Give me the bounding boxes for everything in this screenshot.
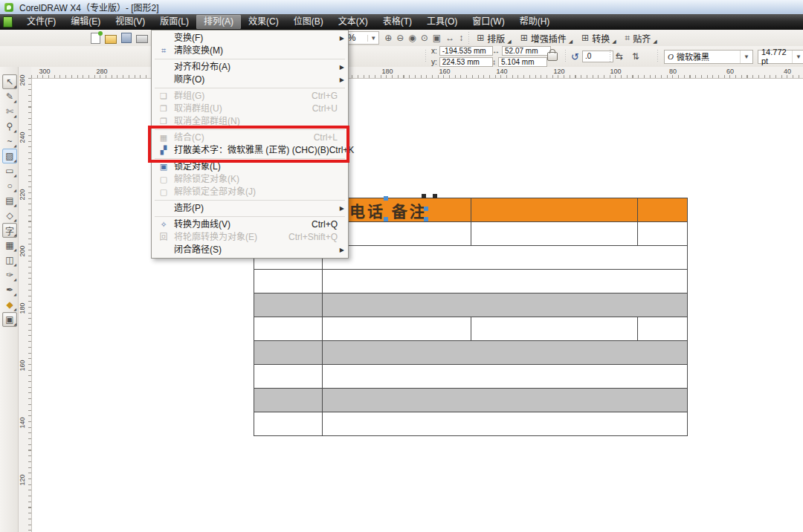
table-row[interactable] — [254, 364, 688, 389]
object-width-field[interactable]: 52.07 mm — [502, 46, 551, 56]
menu-item-p[interactable]: 造形(P)▶ — [152, 202, 348, 215]
crop-tool[interactable]: ✄◢ — [2, 104, 17, 119]
interactive-blend-tool[interactable]: ◫◢ — [2, 253, 17, 267]
zoom-in-icon[interactable]: ⊕ — [382, 30, 394, 45]
x-position-field[interactable]: -194.535 mm — [439, 46, 493, 56]
freehand-tool[interactable]: ~◢ — [2, 134, 17, 149]
convert-group-button[interactable]: ⊞转换◢ — [581, 32, 616, 45]
menubar-item-c[interactable]: 效果(C) — [241, 15, 286, 29]
selection-handle[interactable] — [424, 207, 428, 211]
menu-item-u: ❐取消群组(U)Ctrl+U — [152, 103, 348, 115]
flyout-arrow-icon[interactable]: ◢ — [569, 39, 573, 45]
selection-handle[interactable] — [422, 194, 426, 198]
table-row[interactable] — [254, 412, 688, 436]
snap-group-button[interactable]: ⌗贴齐◢ — [625, 32, 657, 45]
menu-item-v[interactable]: ✧转换为曲线(V)Ctrl+Q — [152, 218, 348, 231]
y-position-field[interactable]: 224.53 mm — [439, 57, 493, 67]
shape-tool[interactable]: ✎◢ — [2, 89, 17, 104]
print-icon[interactable] — [136, 35, 148, 43]
flyout-arrow-icon[interactable]: ◢ — [612, 39, 616, 45]
zoom-combo-arrow[interactable]: ▼ — [367, 35, 378, 42]
table-row[interactable] — [254, 388, 688, 412]
zoom-page-width-icon[interactable]: ↔ — [443, 30, 457, 45]
new-document-icon[interactable] — [91, 33, 100, 44]
menu-item-s[interactable]: 闭合路径(S)▶ — [152, 244, 348, 256]
ruler-tick-label: 280 — [96, 68, 107, 75]
layout-group-button[interactable]: ⊞排版◢ — [477, 32, 511, 45]
menu-item-m[interactable]: ⌗清除变换(M) — [152, 45, 348, 57]
zoom-tool[interactable]: ⚲◢ — [2, 119, 17, 134]
horizontal-ruler[interactable]: 300280260240220200180160140120100806040 — [31, 67, 803, 79]
zoom-page-icon[interactable]: ▣ — [430, 30, 443, 45]
menubar-item-h[interactable]: 帮助(H) — [512, 15, 558, 29]
mirror-horizontal-button[interactable]: ⇆ — [616, 51, 623, 62]
graph-paper-tool[interactable]: ▤◢ — [2, 193, 17, 208]
table-tool[interactable]: ▦◢ — [2, 238, 17, 253]
mirror-vertical-button[interactable]: ⇅ — [632, 51, 639, 62]
zoom-all-objects-icon[interactable]: ⊙ — [419, 30, 430, 45]
ruler-tick-label: 140 — [496, 68, 507, 75]
ruler-tick-label: 180 — [381, 68, 393, 75]
width-icon: ↔ — [492, 47, 500, 55]
menubar-item-l[interactable]: 版面(L) — [152, 15, 196, 29]
menubar-item-x[interactable]: 文本(X) — [331, 15, 375, 29]
menubar-item-o[interactable]: 工具(O) — [419, 15, 465, 29]
font-combo-arrow[interactable]: ▼ — [740, 51, 752, 63]
tool-flyout-icon: ◢ — [13, 262, 16, 267]
tool-flyout-icon: ◢ — [13, 158, 16, 163]
snap-group-icon: ⌗ — [625, 33, 631, 43]
ruler-tick-label: 180 — [19, 302, 26, 314]
ellipse-tool[interactable]: ○◢ — [2, 178, 17, 193]
text-tool[interactable]: 字◢ — [2, 223, 17, 238]
ruler-tick-label: 40 — [784, 68, 791, 75]
table-row[interactable] — [254, 340, 688, 365]
table-row[interactable] — [254, 269, 688, 293]
plugins-group-button[interactable]: ⊞增强插件◢ — [520, 32, 573, 45]
flyout-arrow-icon[interactable]: ◢ — [507, 39, 511, 45]
lock-ratio-button[interactable] — [547, 52, 558, 61]
ruler-tick-label: 300 — [39, 68, 50, 75]
open-icon[interactable] — [105, 35, 117, 44]
menubar-item-w[interactable]: 窗口(W) — [465, 15, 512, 29]
save-icon[interactable] — [121, 33, 132, 43]
outline-pen-tool[interactable]: ✒◢ — [2, 282, 17, 297]
menubar-item-e[interactable]: 编辑(E) — [63, 15, 108, 29]
font-list-combo[interactable]: O 微软雅黑 ▼ — [664, 50, 753, 64]
basic-shapes-tool[interactable]: ◇◢ — [2, 208, 17, 223]
vertical-ruler[interactable]: 260240220200180160140120 — [18, 78, 32, 532]
menubar-item-t[interactable]: 表格(T) — [375, 15, 419, 29]
table-row[interactable] — [254, 293, 688, 317]
pick-tool[interactable]: ↖◢ — [2, 74, 17, 89]
smart-fill-tool[interactable]: ▨◢ — [2, 149, 17, 163]
menu-item-a[interactable]: 对齐和分布(A)▶ — [152, 61, 348, 74]
zoom-out-icon[interactable]: ⊖ — [394, 30, 406, 45]
font-size-arrow[interactable]: ▼ — [792, 51, 803, 63]
menubar-item-b[interactable]: 位图(B) — [286, 15, 331, 29]
selection-handle[interactable] — [433, 194, 437, 198]
selected-artistic-text[interactable]: 电话 备注 — [349, 199, 428, 221]
menubar-item-v[interactable]: 视图(V) — [108, 15, 152, 29]
interactive-fill-tool[interactable]: ▣◢ — [2, 312, 17, 327]
coreldraw-app-icon — [4, 3, 13, 12]
selection-handle[interactable] — [384, 217, 388, 221]
height-icon: ↕ — [492, 58, 496, 66]
rectangle-tool[interactable]: ▭◢ — [2, 163, 17, 178]
selection-handle[interactable] — [424, 217, 428, 221]
zoom-selected-icon[interactable]: ◉ — [406, 30, 418, 45]
font-size-combo[interactable]: 14.772 pt ▼ — [758, 50, 803, 64]
eyedropper-tool[interactable]: ✑◢ — [2, 267, 17, 282]
object-height-field[interactable]: 5.104 mm — [498, 57, 547, 67]
fill-tool[interactable]: ◆◢ — [2, 297, 17, 312]
rotation-icon: ↺ — [571, 51, 579, 62]
menu-item-f[interactable]: 变换(F)▶ — [152, 32, 348, 45]
rotation-angle-field[interactable]: .0 — [582, 51, 613, 62]
flyout-arrow-icon[interactable]: ◢ — [653, 39, 657, 45]
menubar-item-a[interactable]: 排列(A) — [196, 15, 241, 29]
ruler-tick-label: 240 — [19, 132, 26, 143]
y-label: y: — [431, 58, 437, 66]
menubar-item-f[interactable]: 文件(F) — [19, 15, 63, 29]
zoom-page-height-icon[interactable]: ↕ — [457, 30, 465, 45]
menu-item-o[interactable]: 顺序(O)▶ — [152, 74, 348, 86]
selection-handle[interactable] — [384, 196, 388, 201]
toolbox: ↖◢✎◢✄◢⚲◢~◢▨◢▭◢○◢▤◢◇◢字◢▦◢◫◢✑◢✒◢◆◢▣◢ — [0, 67, 19, 532]
